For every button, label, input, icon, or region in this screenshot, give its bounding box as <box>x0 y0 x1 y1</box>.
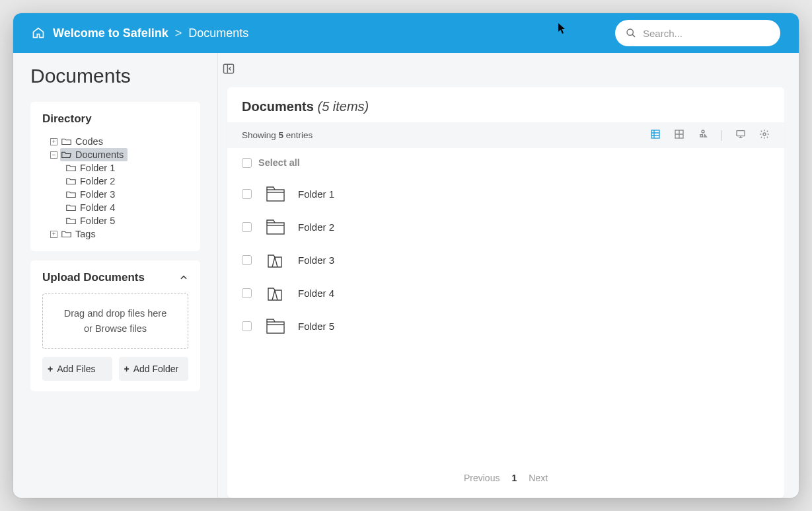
content-header: Documents (5 items) <box>227 87 784 122</box>
folder-icon <box>265 218 286 235</box>
list-item[interactable]: Folder 1 <box>242 177 770 210</box>
tree-label: Folder 4 <box>80 202 115 213</box>
item-checkbox[interactable] <box>242 222 252 232</box>
list-item[interactable]: Folder 3 <box>242 243 770 276</box>
page-title: Documents <box>30 65 200 87</box>
folder-icon <box>265 317 286 334</box>
entries-text: Showing 5 entries <box>242 130 313 140</box>
plus-icon: + <box>124 364 129 374</box>
directory-title: Directory <box>42 112 188 126</box>
filter-button[interactable] <box>698 129 708 141</box>
tree-label: Folder 2 <box>80 176 115 186</box>
tree-node-folder1[interactable]: Folder 1 <box>66 161 188 175</box>
upload-title: Upload Documents <box>42 271 145 284</box>
tree-label: Folder 5 <box>80 216 115 226</box>
item-checkbox[interactable] <box>242 321 252 331</box>
breadcrumb-current: Documents <box>188 26 248 40</box>
item-checkbox[interactable] <box>242 189 252 199</box>
dropzone-text-2: or Browse files <box>50 321 181 336</box>
tree-label: Documents <box>75 149 124 160</box>
list-view-button[interactable] <box>650 129 661 141</box>
svg-rect-19 <box>267 223 284 234</box>
tree-label: Codes <box>75 136 103 147</box>
tree-node-folder2[interactable]: Folder 2 <box>66 175 188 188</box>
toolbar: Showing 5 entries <box>227 122 784 148</box>
tree-node-codes[interactable]: + Codes <box>50 135 188 148</box>
page-current: 1 <box>511 473 517 483</box>
directory-card: Directory + Codes − Documents <box>30 102 200 251</box>
search-box[interactable] <box>615 20 780 46</box>
pagination: Previous 1 Next <box>227 463 784 498</box>
add-folder-button[interactable]: +Add Folder <box>119 357 189 381</box>
collapse-sidebar-button[interactable] <box>222 62 799 78</box>
grid-view-button[interactable] <box>674 129 684 141</box>
item-name: Folder 3 <box>298 255 334 266</box>
item-checkbox[interactable] <box>242 288 252 298</box>
plus-icon: + <box>48 364 53 374</box>
list-item[interactable]: Folder 5 <box>242 309 770 342</box>
svg-rect-12 <box>700 135 702 137</box>
item-checkbox[interactable] <box>242 255 252 265</box>
svg-point-11 <box>702 130 704 133</box>
tree-node-tags[interactable]: + Tags <box>50 227 188 241</box>
folder-open-icon <box>265 284 286 301</box>
next-button[interactable]: Next <box>529 473 548 483</box>
main-content: Documents (5 items) Showing 5 entries <box>218 53 799 498</box>
content-count: (5 items) <box>317 99 369 114</box>
folder-open-icon <box>265 251 286 268</box>
item-name: Folder 2 <box>298 221 334 233</box>
folder-open-icon <box>61 151 71 159</box>
folder-icon <box>66 190 76 198</box>
folder-icon <box>265 185 286 202</box>
item-listing: Select all Folder 1 Folder 2 <box>227 148 784 463</box>
home-icon[interactable] <box>32 26 45 40</box>
svg-rect-21 <box>267 322 284 333</box>
folder-icon <box>66 177 76 185</box>
tree-label: Folder 1 <box>80 163 115 173</box>
list-item[interactable]: Folder 4 <box>242 276 770 309</box>
content-title: Documents <box>242 99 314 114</box>
search-icon <box>626 28 636 38</box>
folder-icon <box>61 138 71 145</box>
svg-rect-17 <box>267 190 284 201</box>
present-button[interactable] <box>735 129 746 141</box>
list-item[interactable]: Folder 2 <box>242 210 770 243</box>
tree-node-folder5[interactable]: Folder 5 <box>66 214 188 227</box>
tree-node-documents[interactable]: Documents <box>60 148 128 161</box>
dropzone[interactable]: Drag and drop files here or Browse files <box>42 294 188 349</box>
header-bar: Welcome to Safelink > Documents <box>13 13 799 53</box>
tree-node-folder4[interactable]: Folder 4 <box>66 201 188 214</box>
folder-icon <box>66 164 76 172</box>
select-all-label: Select all <box>258 157 300 168</box>
folder-icon <box>66 217 76 225</box>
item-name: Folder 4 <box>298 288 334 299</box>
directory-tree: + Codes − Documents Folder 1 <box>42 135 188 241</box>
svg-line-1 <box>632 34 635 37</box>
folder-icon <box>66 204 76 212</box>
breadcrumb-root[interactable]: Welcome to Safelink <box>53 26 168 40</box>
select-all-checkbox[interactable] <box>242 158 252 168</box>
collapse-icon[interactable]: − <box>50 151 57 159</box>
tree-label: Folder 3 <box>80 189 115 200</box>
svg-rect-4 <box>651 130 659 138</box>
tree-node-folder3[interactable]: Folder 3 <box>66 188 188 201</box>
expand-icon[interactable]: + <box>50 138 57 145</box>
settings-button[interactable] <box>759 129 770 141</box>
app-window: Welcome to Safelink > Documents Document… <box>13 13 799 498</box>
item-name: Folder 5 <box>298 321 334 332</box>
browse-link[interactable]: Browse files <box>95 323 147 334</box>
toolbar-divider <box>721 130 722 141</box>
breadcrumb: Welcome to Safelink > Documents <box>53 26 248 40</box>
search-input[interactable] <box>643 28 770 39</box>
item-name: Folder 1 <box>298 188 334 200</box>
sidebar: Documents Directory + Codes − Documents <box>13 53 218 498</box>
chevron-up-icon[interactable] <box>179 273 188 282</box>
previous-button[interactable]: Previous <box>464 473 499 483</box>
svg-rect-13 <box>737 131 745 136</box>
add-files-button[interactable]: +Add Files <box>42 357 112 381</box>
breadcrumb-separator: > <box>175 26 182 40</box>
expand-icon[interactable]: + <box>50 231 57 238</box>
content-card: Documents (5 items) Showing 5 entries <box>227 87 784 498</box>
select-all-row[interactable]: Select all <box>242 157 770 168</box>
upload-card: Upload Documents Drag and drop files her… <box>30 260 200 391</box>
